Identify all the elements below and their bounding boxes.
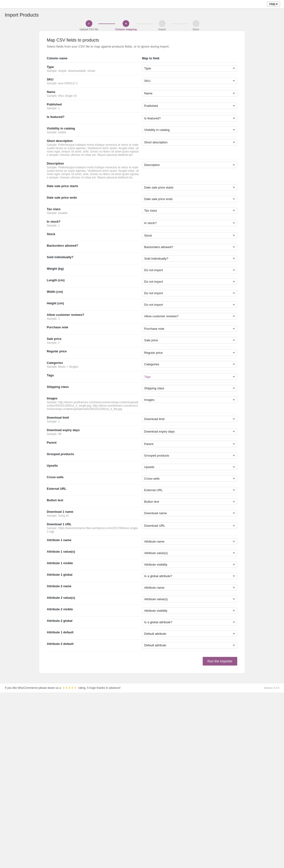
map-select[interactable]: Description <box>142 162 237 168</box>
map-select[interactable]: Date sale price ends <box>142 196 237 202</box>
map-select[interactable]: Categories <box>142 361 237 368</box>
map-select[interactable]: Date sale price starts <box>142 184 237 191</box>
map-select[interactable]: Short description <box>142 139 237 146</box>
map-select[interactable]: Sale price <box>142 337 237 343</box>
map-select[interactable]: Cross-sells <box>142 475 237 482</box>
map-select[interactable]: Download limit <box>142 416 237 422</box>
map-select[interactable]: Allow customer reviews? <box>142 313 237 319</box>
field-map-cell[interactable]: Date sale price ends <box>142 193 237 205</box>
field-map-cell[interactable]: Purchase note <box>142 323 237 335</box>
field-map-cell[interactable]: Tags <box>142 371 237 382</box>
field-map-cell[interactable]: Images <box>142 394 237 413</box>
map-select[interactable]: Attribute visibility <box>142 561 237 568</box>
map-select[interactable]: Is a global attribute? <box>142 573 237 579</box>
map-select[interactable]: Parent <box>142 441 237 447</box>
field-map-cell[interactable]: Is a global attribute? <box>142 617 237 628</box>
map-select[interactable]: External URL <box>142 487 237 493</box>
field-map-cell[interactable]: Sold individually? <box>142 253 237 265</box>
field-map-cell[interactable]: Do not import <box>142 276 237 287</box>
field-map-cell[interactable]: Attribute visibility <box>142 605 237 617</box>
field-map-cell[interactable]: Backorders allowed? <box>142 241 237 253</box>
map-select[interactable]: Attribute value(s) <box>142 596 237 602</box>
field-map-cell[interactable]: Download limit <box>142 413 237 426</box>
map-select[interactable]: Attribute name <box>142 584 237 591</box>
field-map-cell[interactable]: Cross-sells <box>142 473 237 485</box>
map-select[interactable]: Do not import <box>142 290 237 297</box>
map-select[interactable]: Button text <box>142 498 237 505</box>
map-select[interactable]: Download name <box>142 510 237 516</box>
field-map-cell[interactable]: Attribute value(s) <box>142 547 237 559</box>
map-select[interactable]: Upsells <box>142 464 237 470</box>
map-select[interactable]: Stock <box>142 232 237 239</box>
field-map-cell[interactable]: Sale price <box>142 335 237 347</box>
map-select[interactable]: Attribute name <box>142 538 237 545</box>
map-select[interactable]: Sold individually? <box>142 255 237 262</box>
field-map-cell[interactable]: Categories <box>142 359 237 371</box>
field-map-cell[interactable]: Attribute name <box>142 582 237 593</box>
map-select[interactable]: Download URL <box>142 522 237 529</box>
field-map-cell[interactable]: Tax class <box>142 205 237 217</box>
map-select[interactable]: Tax class <box>142 207 237 214</box>
field-label: Cross-sells <box>47 475 139 479</box>
map-select[interactable]: SKU <box>142 78 237 84</box>
field-map-cell[interactable]: Upsells <box>142 461 237 473</box>
field-map-cell[interactable]: Short description <box>142 137 237 159</box>
field-map-cell[interactable]: Stock <box>142 230 237 241</box>
field-map-cell[interactable]: In stock? <box>142 217 237 230</box>
field-map-cell[interactable]: Download URL <box>142 520 237 536</box>
map-select[interactable]: Purchase note <box>142 326 237 332</box>
map-select[interactable]: Attribute value(s) <box>142 550 237 556</box>
field-map-cell[interactable]: Attribute value(s) <box>142 593 237 605</box>
field-map-cell[interactable]: Date sale price starts <box>142 182 237 193</box>
map-select[interactable]: Shipping class <box>142 385 237 392</box>
map-select[interactable]: Grouped products <box>142 452 237 459</box>
field-map-cell[interactable]: Regular price <box>142 347 237 359</box>
map-select[interactable]: Images <box>142 397 237 403</box>
table-row: StockStock <box>47 230 237 241</box>
field-map-cell[interactable]: Do not import <box>142 299 237 311</box>
field-map-cell[interactable]: Button text <box>142 496 237 507</box>
map-select[interactable]: Backorders allowed? <box>142 244 237 250</box>
map-select[interactable]: Name <box>142 90 237 97</box>
field-map-cell[interactable]: Do not import <box>142 287 237 299</box>
map-select[interactable]: In stock? <box>142 220 237 226</box>
map-select[interactable]: Regular price <box>142 349 237 356</box>
field-map-cell[interactable]: Attribute visibility <box>142 559 237 570</box>
field-map-cell[interactable]: External URL <box>142 485 237 496</box>
field-map-cell[interactable]: Is a global attribute? <box>142 570 237 582</box>
help-button[interactable]: Help ▾ <box>267 1 280 7</box>
field-map-cell[interactable]: Download expiry days <box>142 426 237 438</box>
map-select[interactable]: Type <box>142 65 237 71</box>
map-select[interactable]: Is featured? <box>142 115 237 122</box>
map-select[interactable]: Default attribute <box>142 630 237 637</box>
field-map-cell[interactable]: Type <box>142 63 237 75</box>
field-map-cell[interactable]: Parent <box>142 438 237 450</box>
field-map-cell[interactable]: Shipping class <box>142 382 237 394</box>
map-select[interactable]: Tags <box>142 373 237 380</box>
field-map-cell[interactable]: Name <box>142 88 237 100</box>
field-map-cell[interactable]: Do not import <box>142 265 237 276</box>
field-map-cell[interactable]: Attribute name <box>142 536 237 547</box>
map-select[interactable]: Do not import <box>142 278 237 285</box>
table-row: Visibility in catalogSample: visibleVisi… <box>47 124 237 137</box>
field-name-cell: PublishedSample: 1 <box>47 100 142 113</box>
field-map-cell[interactable]: Grouped products <box>142 450 237 461</box>
field-map-cell[interactable]: SKU <box>142 75 237 88</box>
map-select[interactable]: Do not import <box>142 302 237 308</box>
run-importer-button[interactable]: Run the importer <box>203 657 237 665</box>
map-select[interactable]: Download expiry days <box>142 428 237 435</box>
field-map-cell[interactable]: Allow customer reviews? <box>142 311 237 323</box>
map-select[interactable]: Do not import <box>142 267 237 273</box>
field-map-cell[interactable]: Is featured? <box>142 113 237 124</box>
field-map-cell[interactable]: Visibility in catalog <box>142 124 237 137</box>
field-map-cell[interactable]: Default attribute <box>142 640 237 651</box>
map-select[interactable]: Is a global attribute? <box>142 619 237 625</box>
field-map-cell[interactable]: Published <box>142 100 237 113</box>
field-map-cell[interactable]: Download name <box>142 507 237 520</box>
map-select[interactable]: Attribute visibility <box>142 608 237 614</box>
field-map-cell[interactable]: Description <box>142 159 237 182</box>
map-select[interactable]: Default attribute <box>142 642 237 649</box>
field-map-cell[interactable]: Default attribute <box>142 628 237 640</box>
map-select[interactable]: Published <box>142 102 237 109</box>
map-select[interactable]: Visibility in catalog <box>142 127 237 133</box>
